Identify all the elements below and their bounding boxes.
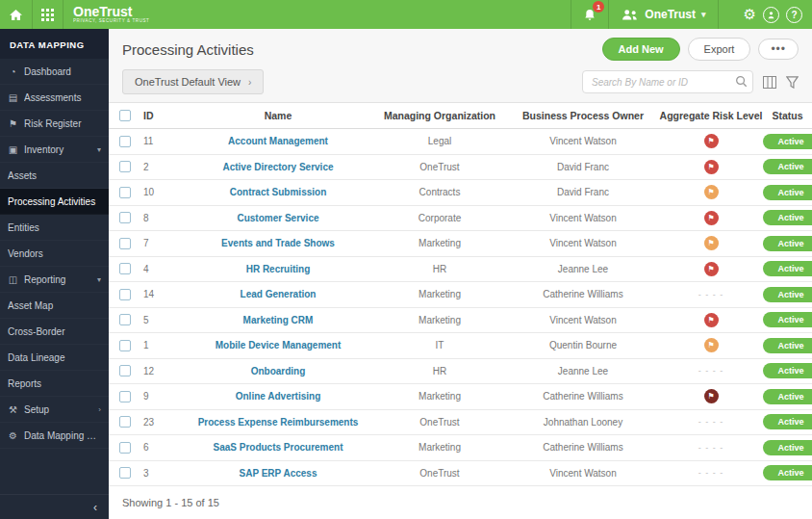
table-row[interactable]: 12 Onboarding HR Jeanne Lee - - - - Acti…: [109, 359, 812, 385]
notifications-button[interactable]: 1: [571, 0, 608, 29]
sidebar-item-risk-register[interactable]: ⚑ Risk Register: [0, 111, 109, 137]
row-checkbox[interactable]: [119, 289, 131, 300]
row-name-link[interactable]: Lead Generation: [241, 289, 317, 299]
row-checkbox[interactable]: [119, 467, 131, 479]
column-settings-icon[interactable]: [763, 76, 776, 89]
risk-flag-icon: ⚑: [704, 236, 719, 250]
sidebar-item-assessments[interactable]: ▤ Assessments: [0, 85, 109, 111]
row-name-link[interactable]: Marketing CRM: [243, 315, 314, 325]
table-row[interactable]: 7 Events and Trade Shows Marketing Vince…: [109, 231, 812, 257]
column-header-managing-organization[interactable]: Managing Organization: [372, 110, 507, 121]
sidebar-item-reporting[interactable]: ◫ Reporting ▾: [0, 267, 109, 293]
risk-level-cell: ⚑: [659, 389, 763, 403]
table-row[interactable]: 8 Customer Service Corporate Vincent Wat…: [109, 206, 812, 232]
table-row[interactable]: 10 Contract Submission Contracts David F…: [109, 180, 812, 206]
setup-icon: ⚒: [8, 404, 18, 415]
table-row[interactable]: 11 Account Management Legal Vincent Wats…: [109, 129, 812, 155]
sidebar-item-entities[interactable]: Entities: [0, 215, 109, 241]
sidebar-item-setup[interactable]: ⚒ Setup ›: [0, 397, 109, 423]
column-header-status[interactable]: Status: [763, 110, 812, 121]
row-checkbox[interactable]: [119, 136, 131, 147]
settings-gear-icon[interactable]: ⚙: [744, 6, 756, 23]
risk-flag-icon: ⚑: [704, 338, 719, 352]
view-selector-button[interactable]: OneTrust Default View ›: [122, 69, 264, 94]
home-button[interactable]: [0, 0, 33, 29]
table-row[interactable]: 6 SaaS Products Procurement Marketing Ca…: [109, 435, 812, 461]
row-checkbox[interactable]: [119, 416, 131, 428]
row-name-link[interactable]: Events and Trade Shows: [221, 238, 335, 248]
row-business-process-owner: Jeanne Lee: [507, 366, 659, 376]
row-name-link[interactable]: Active Directory Service: [222, 162, 333, 172]
sidebar-nav: ◔ Dashboard ▤ Assessments ⚑ Risk Registe…: [0, 59, 109, 494]
select-all-checkbox[interactable]: [119, 110, 131, 121]
more-options-button[interactable]: •••: [758, 39, 799, 60]
table-row[interactable]: 4 HR Recruiting HR Jeanne Lee ⚑ Active: [109, 257, 812, 283]
table-row[interactable]: 23 Process Expense Reimbursements OneTru…: [109, 410, 812, 436]
row-checkbox[interactable]: [119, 314, 131, 325]
filter-icon[interactable]: [786, 76, 799, 89]
users-icon: [621, 9, 639, 21]
row-name-link[interactable]: HR Recruiting: [246, 264, 311, 274]
top-bar: OneTrust Privacy, Security & Trust 1 One…: [0, 0, 812, 29]
status-badge: Active: [763, 236, 812, 251]
row-checkbox[interactable]: [119, 340, 131, 351]
sidebar-collapse-button[interactable]: ‹: [0, 494, 109, 519]
table-row[interactable]: 1 Mobile Device Management IT Quentin Bo…: [109, 333, 812, 359]
org-selector-dropdown[interactable]: OneTrust ▾: [608, 0, 718, 29]
sidebar-item-asset-map[interactable]: Asset Map: [0, 293, 109, 319]
row-business-process-owner: David Franc: [507, 162, 659, 172]
table-row[interactable]: 3 SAP ERP Access OneTrust Vincent Watson…: [109, 461, 812, 487]
column-header-business-process-owner[interactable]: Business Process Owner: [507, 110, 659, 121]
row-id: 3: [141, 468, 184, 479]
row-checkbox[interactable]: [119, 161, 131, 172]
row-checkbox[interactable]: [119, 238, 131, 249]
row-id: 1: [141, 340, 184, 350]
sidebar-item-assets[interactable]: Assets: [0, 163, 109, 189]
row-checkbox[interactable]: [119, 365, 131, 376]
table-row[interactable]: 14 Lead Generation Marketing Catherine W…: [109, 282, 812, 308]
chevron-down-icon: ▾: [97, 145, 101, 154]
sidebar-item-processing-activities[interactable]: Processing Activities: [0, 189, 109, 215]
risk-level-cell: - - - -: [659, 290, 763, 299]
row-name-link[interactable]: Process Expense Reimbursements: [198, 417, 359, 428]
search-input[interactable]: [582, 70, 753, 93]
row-name-link[interactable]: Onboarding: [251, 366, 306, 376]
row-name-link[interactable]: Mobile Device Management: [216, 340, 342, 350]
row-name-link[interactable]: Contract Submission: [230, 187, 327, 197]
page-header: Processing Activities Add New Export •••: [109, 29, 812, 67]
row-name-link[interactable]: Online Advertising: [236, 391, 321, 402]
sidebar-item-vendors[interactable]: Vendors: [0, 241, 109, 267]
row-checkbox[interactable]: [119, 263, 131, 274]
status-badge: Active: [763, 312, 812, 327]
row-name-link[interactable]: Account Management: [228, 136, 328, 146]
table-row[interactable]: 5 Marketing CRM Marketing Vincent Watson…: [109, 308, 812, 334]
sidebar-item-dashboard[interactable]: ◔ Dashboard: [0, 59, 109, 85]
row-checkbox[interactable]: [119, 187, 131, 198]
row-checkbox[interactable]: [119, 212, 131, 223]
column-header-name[interactable]: Name: [184, 110, 372, 121]
sidebar-item-reports[interactable]: Reports: [0, 371, 109, 397]
risk-level-cell: ⚑: [659, 338, 763, 352]
export-button[interactable]: Export: [688, 38, 751, 61]
row-name-link[interactable]: Customer Service: [237, 213, 318, 223]
sidebar-item-data-mapping-settings[interactable]: ⚙ Data Mapping Settings: [0, 423, 109, 449]
risk-level-cell: ⚑: [659, 134, 763, 148]
row-name-link[interactable]: SAP ERP Access: [240, 468, 317, 479]
risk-level-cell: - - - -: [659, 366, 763, 376]
sidebar-item-inventory[interactable]: ▣ Inventory ▾: [0, 137, 109, 163]
column-header-aggregate-risk-level[interactable]: Aggregate Risk Level: [659, 110, 763, 121]
app-switcher-button[interactable]: [33, 0, 63, 29]
row-name-link[interactable]: SaaS Products Procurement: [213, 442, 343, 453]
table-row[interactable]: 9 Online Advertising Marketing Catherine…: [109, 384, 812, 410]
gear-icon: ⚙: [8, 430, 18, 441]
column-header-id[interactable]: ID: [141, 110, 184, 121]
add-new-button[interactable]: Add New: [602, 38, 680, 61]
user-account-icon[interactable]: [763, 7, 779, 23]
sidebar-title: DATA MAPPING: [0, 29, 109, 59]
row-checkbox[interactable]: [119, 442, 131, 454]
sidebar-item-data-lineage[interactable]: Data Lineage: [0, 345, 109, 371]
sidebar-item-cross-border[interactable]: Cross-Border: [0, 319, 109, 345]
table-row[interactable]: 2 Active Directory Service OneTrust Davi…: [109, 155, 812, 181]
row-checkbox[interactable]: [119, 391, 131, 402]
help-icon[interactable]: ?: [786, 7, 802, 23]
